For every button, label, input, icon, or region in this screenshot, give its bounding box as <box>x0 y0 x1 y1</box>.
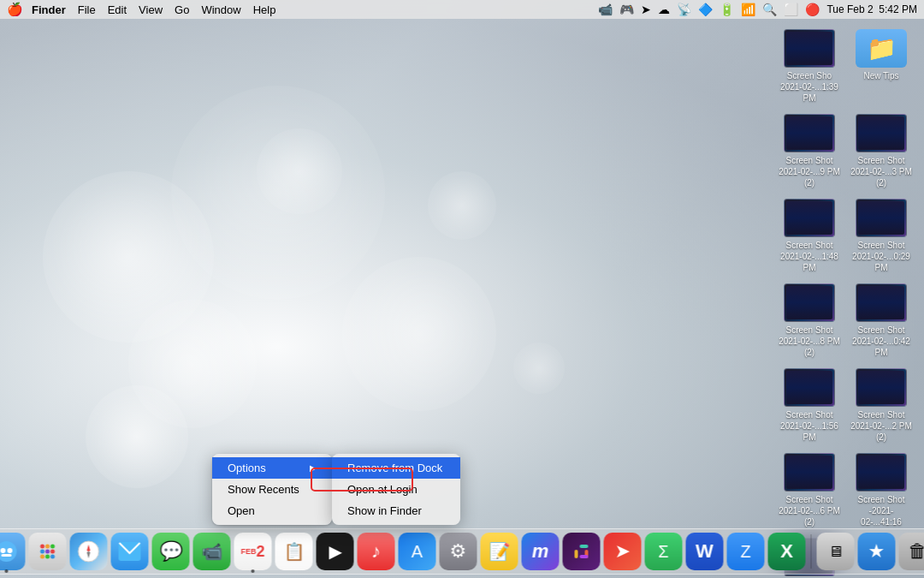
dock-item-screenshare[interactable]: 🖥 <box>817 533 855 570</box>
desktop-icon-screenshot5[interactable]: Screen Shot2021-02-...0:29 PM <box>847 195 915 277</box>
dock-item-notes[interactable]: 📝 <box>481 533 518 570</box>
slack-icon <box>563 533 601 570</box>
excel-icon: X <box>768 533 806 570</box>
screenshot-thumbnail <box>784 114 835 152</box>
dock-item-messenger[interactable]: m <box>522 533 560 570</box>
notes-icon: 📝 <box>481 533 518 570</box>
desktop-icon-label: Screen Shot2021-02-...0:29 PM <box>850 240 912 273</box>
calendar-icon: FEB 2 <box>234 533 272 570</box>
desktop-icon-newtips[interactable]: 📁 New Tips <box>847 26 915 107</box>
screenshot-thumbnail <box>856 453 907 492</box>
dock-item-messages[interactable]: 💬 <box>152 533 190 570</box>
context-menu: Options ▶ Show Recents Open Remove from … <box>212 454 332 525</box>
wifi-signal-icon[interactable]: 📶 <box>741 3 755 16</box>
desktop-icon-label: Screen Shot2021-02-...3 PM (2) <box>850 155 912 188</box>
desktop-icon-screenshot7[interactable]: Screen Shot2021-02-...0:42 PM <box>847 280 915 361</box>
svg-rect-3 <box>2 554 12 557</box>
send-icon[interactable]: ➤ <box>641 3 651 16</box>
dock-item-numbers[interactable]: Σ <box>645 533 683 570</box>
context-menu-main: Options ▶ Show Recents Open <box>212 454 332 525</box>
submenu-show-in-finder[interactable]: Show in Finder <box>332 500 460 521</box>
submenu-remove-from-dock[interactable]: Remove from Dock <box>332 457 460 479</box>
context-menu-show-recents[interactable]: Show Recents <box>212 479 332 500</box>
gamepad-icon[interactable]: 🎮 <box>619 3 634 16</box>
battery2-icon: 🔴 <box>805 3 820 16</box>
menu-go[interactable]: Go <box>175 3 189 16</box>
meet-icon[interactable]: 📹 <box>598 3 613 16</box>
dock-item-trash[interactable]: 🗑 <box>899 533 925 570</box>
svg-point-11 <box>45 555 50 559</box>
screenrecord-icon[interactable]: ⬜ <box>784 3 798 16</box>
dock-item-excel[interactable]: X <box>768 533 806 570</box>
dock-item-mail[interactable] <box>111 533 149 570</box>
svg-point-1 <box>1 548 6 553</box>
screenshot-thumbnail <box>856 114 907 152</box>
desktop-icon-screenshot9[interactable]: Screen Shot2021-02-...2 PM (2) <box>847 365 915 446</box>
desktop-icon-screenshot6[interactable]: Screen Shot2021-02-...8 PM (2) <box>775 280 844 361</box>
dock: 💬 📹 FEB 2 📋 ▶ ♪ A ⚙ 📝 m <box>0 528 924 575</box>
svg-point-10 <box>40 555 44 559</box>
icloud-icon[interactable]: ☁ <box>658 3 670 16</box>
messages-icon: 💬 <box>152 533 190 570</box>
svg-point-9 <box>50 550 55 554</box>
dock-item-send[interactable]: ➤ <box>604 533 642 570</box>
menu-help[interactable]: Help <box>253 3 276 16</box>
desktop-icon-label: Screen Shot2021-02-...2 PM (2) <box>850 409 912 443</box>
menu-file[interactable]: File <box>78 3 96 16</box>
menu-edit[interactable]: Edit <box>108 3 127 16</box>
svg-point-12 <box>50 555 55 559</box>
wifi-icon[interactable]: 📡 <box>677 3 691 16</box>
dock-item-finder[interactable] <box>0 533 26 570</box>
dock-item-reminders[interactable]: 📋 <box>275 533 313 570</box>
dock-item-bluetooth-settings[interactable]: ★ <box>858 533 896 570</box>
battery-icon[interactable]: 🔋 <box>720 3 734 16</box>
desktop-icon-screenshot8[interactable]: Screen Shot2021-02-...1:56 PM <box>775 365 844 446</box>
apple-menu[interactable]: 🍎 <box>7 2 23 17</box>
appstore-icon: A <box>399 533 436 570</box>
dock-item-zoom[interactable]: Z <box>727 533 765 570</box>
svg-point-5 <box>45 545 50 549</box>
dock-item-word[interactable]: W <box>686 533 724 570</box>
menubar-right: 📹 🎮 ➤ ☁ 📡 🔷 🔋 📶 🔍 ⬜ 🔴 Tue Feb 2 5:42 PM <box>598 3 917 16</box>
dock-item-appstore[interactable]: A <box>399 533 436 570</box>
desktop-icon-screenshot1[interactable]: Screen Sho2021-02-...1:39 PM <box>775 26 844 107</box>
screenshot-thumbnail <box>856 368 907 407</box>
menu-view[interactable]: View <box>139 3 163 16</box>
desktop-icon-label: Screen Shot2021-02-...1:56 PM <box>779 409 840 443</box>
dock-item-slack[interactable] <box>563 533 601 570</box>
submenu-arrow-icon: ▶ <box>310 463 317 473</box>
context-menu-options[interactable]: Options ▶ <box>212 457 332 479</box>
desktop-icon-screenshot4[interactable]: Screen Shot2021-02-...1:48 PM <box>775 195 844 277</box>
svg-rect-21 <box>580 555 589 558</box>
bluetooth-icon[interactable]: 🔷 <box>698 3 713 16</box>
desktop-icon-screenshot2[interactable]: Screen Shot2021-02-...9 PM (2) <box>775 110 844 192</box>
dock-item-launchpad[interactable] <box>29 533 67 570</box>
dock-item-appletv[interactable]: ▶ <box>317 533 354 570</box>
dock-item-systemprefs[interactable]: ⚙ <box>440 533 477 570</box>
dock-item-music[interactable]: ♪ <box>358 533 395 570</box>
svg-rect-19 <box>580 545 589 548</box>
svg-rect-18 <box>575 550 578 558</box>
dock-dot <box>5 569 9 573</box>
submenu-open-at-login[interactable]: Open at Login <box>332 479 460 500</box>
dock-item-safari[interactable] <box>70 533 108 570</box>
search-icon[interactable]: 🔍 <box>762 3 777 16</box>
desktop-icon-label: Screen Shot2021-02-...1:48 PM <box>779 240 840 273</box>
dock-item-facetime[interactable]: 📹 <box>193 533 231 570</box>
desktop-icon-screenshot10[interactable]: Screen Shot2021-02-...6 PM (2) <box>775 450 844 531</box>
menu-finder[interactable]: Finder <box>32 3 66 16</box>
menu-window[interactable]: Window <box>201 3 240 16</box>
screenshot-thumbnail <box>856 199 907 237</box>
desktop-icon-screenshot11[interactable]: Screen Shot-2021-02-...41:16 <box>847 450 915 531</box>
desktop-icon-screenshot3[interactable]: Screen Shot2021-02-...3 PM (2) <box>847 110 915 192</box>
screenshot-thumbnail <box>784 283 835 322</box>
context-menu-open[interactable]: Open <box>212 500 332 521</box>
bluetooth-settings-icon: ★ <box>858 533 896 570</box>
desktop-icon-label: New Tips <box>863 70 898 81</box>
screenshot-thumbnail <box>856 283 907 322</box>
dock-item-calendar[interactable]: FEB 2 <box>234 533 272 570</box>
dock-divider <box>811 534 812 569</box>
numbers-icon: Σ <box>645 533 683 570</box>
screenshare-icon: 🖥 <box>817 533 855 570</box>
screenshot-thumbnail <box>784 199 835 237</box>
